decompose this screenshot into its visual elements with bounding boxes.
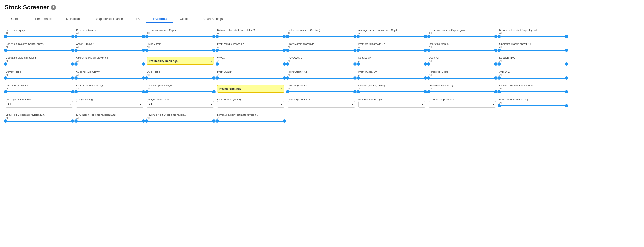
slider-thumb-right[interactable] (494, 90, 498, 93)
slider-thumb-right[interactable] (212, 49, 216, 52)
slider-thumb-right[interactable] (424, 90, 427, 93)
slider-thumb-left[interactable] (286, 90, 289, 93)
slider-track[interactable] (499, 105, 566, 106)
slider-track[interactable] (6, 36, 73, 37)
slider-thumb-left[interactable] (357, 35, 360, 38)
slider-track[interactable] (499, 64, 566, 64)
tab-general[interactable]: General (5, 15, 28, 23)
slider-thumb-left[interactable] (357, 76, 360, 80)
slider-thumb-left[interactable] (4, 62, 7, 66)
slider-track[interactable] (76, 91, 143, 92)
slider-thumb-left[interactable] (74, 119, 78, 123)
slider-thumb-left[interactable] (74, 62, 78, 66)
slider-thumb-left[interactable] (427, 76, 430, 80)
slider-thumb-right[interactable] (283, 35, 286, 38)
filter-select[interactable]: ▾ (288, 101, 355, 108)
slider-track[interactable] (6, 64, 73, 64)
slider-thumb-right[interactable] (71, 119, 74, 123)
slider-thumb-right[interactable] (71, 35, 74, 38)
help-icon[interactable]: ? (51, 5, 56, 10)
slider-track[interactable] (217, 121, 284, 122)
filter-select[interactable]: ▾ (76, 101, 143, 108)
slider-thumb-left[interactable] (216, 76, 219, 80)
slider-thumb-right[interactable] (353, 35, 357, 38)
filter-select[interactable]: All▾ (147, 101, 214, 108)
slider-thumb-right[interactable] (565, 104, 568, 107)
tab-chart-settings[interactable]: Chart Settings (197, 15, 229, 23)
slider-thumb-right[interactable] (565, 49, 568, 52)
slider-thumb-right[interactable] (71, 49, 74, 52)
slider-thumb-right[interactable] (565, 35, 568, 38)
slider-thumb-left[interactable] (4, 76, 7, 80)
tab-performance[interactable]: Performance (28, 15, 59, 23)
slider-track[interactable] (217, 64, 284, 64)
slider-track[interactable] (288, 91, 355, 92)
slider-thumb-left[interactable] (145, 90, 148, 93)
slider-thumb-right[interactable] (283, 49, 286, 52)
slider-thumb-right[interactable] (494, 76, 498, 80)
slider-thumb-left[interactable] (427, 62, 430, 66)
slider-track[interactable] (76, 50, 143, 51)
filter-dropdown-yellow[interactable]: Profitability Rankings▾ (147, 57, 214, 65)
slider-thumb-right[interactable] (353, 62, 357, 66)
slider-track[interactable] (429, 91, 496, 92)
slider-track[interactable] (288, 64, 355, 64)
slider-track[interactable] (76, 78, 143, 78)
slider-thumb-left[interactable] (4, 35, 7, 38)
slider-track[interactable] (147, 78, 214, 78)
slider-thumb-left[interactable] (216, 62, 219, 66)
slider-track[interactable] (358, 64, 426, 64)
slider-track[interactable] (358, 91, 426, 92)
slider-thumb-right[interactable] (283, 76, 286, 80)
slider-track[interactable] (147, 36, 214, 37)
slider-track[interactable] (6, 50, 73, 51)
slider-track[interactable] (147, 121, 214, 122)
filter-select[interactable]: ▾ (358, 101, 426, 108)
slider-thumb-left[interactable] (427, 49, 430, 52)
slider-thumb-right[interactable] (142, 76, 145, 80)
slider-track[interactable] (217, 50, 284, 51)
slider-thumb-right[interactable] (142, 35, 145, 38)
slider-thumb-right[interactable] (565, 62, 568, 66)
slider-thumb-right[interactable] (424, 62, 427, 66)
slider-thumb-right[interactable] (71, 76, 74, 80)
filter-select[interactable]: ▾ (429, 101, 496, 108)
slider-thumb-right[interactable] (212, 119, 216, 123)
slider-thumb-left[interactable] (216, 35, 219, 38)
slider-thumb-left[interactable] (74, 35, 78, 38)
tab-custom[interactable]: Custom (173, 15, 197, 23)
slider-thumb-left[interactable] (286, 35, 289, 38)
slider-thumb-left[interactable] (286, 76, 289, 80)
slider-track[interactable] (76, 64, 143, 64)
slider-track[interactable] (429, 78, 496, 78)
slider-track[interactable] (288, 78, 355, 78)
slider-thumb-left[interactable] (145, 119, 148, 123)
slider-thumb-left[interactable] (357, 62, 360, 66)
slider-track[interactable] (217, 36, 284, 37)
slider-thumb-left[interactable] (74, 90, 78, 93)
slider-thumb-left[interactable] (498, 104, 501, 107)
slider-track[interactable] (499, 50, 566, 51)
tab-support-resistance[interactable]: Support/Resistance (90, 15, 130, 23)
slider-thumb-right[interactable] (71, 90, 74, 93)
slider-track[interactable] (6, 121, 73, 122)
slider-track[interactable] (217, 78, 284, 78)
slider-thumb-right[interactable] (142, 49, 145, 52)
slider-thumb-left[interactable] (498, 62, 501, 66)
slider-thumb-left[interactable] (216, 119, 219, 123)
slider-thumb-left[interactable] (4, 90, 7, 93)
slider-thumb-left[interactable] (145, 76, 148, 80)
slider-track[interactable] (288, 50, 355, 51)
slider-thumb-right[interactable] (283, 119, 286, 123)
slider-thumb-left[interactable] (286, 62, 289, 66)
slider-thumb-left[interactable] (4, 119, 7, 123)
slider-track[interactable] (499, 78, 566, 78)
slider-thumb-right[interactable] (142, 119, 145, 123)
tab-fa[interactable]: FA (130, 15, 146, 23)
slider-thumb-left[interactable] (427, 35, 430, 38)
slider-track[interactable] (76, 121, 143, 122)
tab-fa--cont--[interactable]: FA (cont.) (146, 15, 173, 23)
slider-thumb-right[interactable] (212, 76, 216, 80)
slider-track[interactable] (429, 36, 496, 37)
slider-track[interactable] (147, 50, 214, 51)
